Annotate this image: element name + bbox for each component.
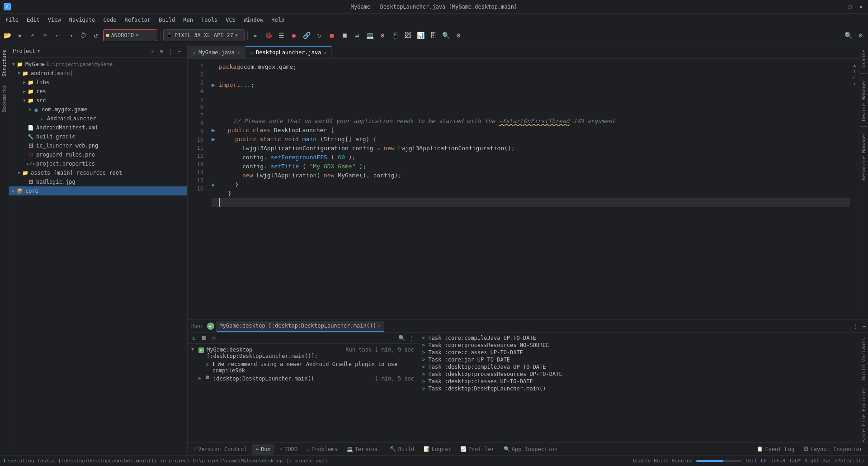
menu-run[interactable]: Run	[179, 16, 197, 24]
tab-close-active[interactable]: ✕	[324, 50, 326, 55]
problems-tab[interactable]: ⚠ Problems	[303, 444, 341, 455]
tab-mygame[interactable]: ☕ MyGame.java ✕	[188, 46, 245, 58]
indent-setting[interactable]: Tab*	[789, 458, 801, 464]
code-content[interactable]: package com.mygdx.game; ▶ import ... ;	[208, 59, 850, 319]
menu-vcs[interactable]: VCS	[222, 16, 239, 24]
debug-button[interactable]: 🐞	[263, 30, 274, 41]
run-settings-btn[interactable]: ⚙	[209, 333, 218, 342]
run-more-icon[interactable]: ⋮	[853, 323, 859, 330]
menu-tools[interactable]: Tools	[198, 16, 221, 24]
device-manager-btn[interactable]: 💻	[364, 30, 375, 41]
menu-window[interactable]: Window	[240, 16, 267, 24]
coverage-button[interactable]: ☰	[276, 30, 287, 41]
device-manager-tab[interactable]: Device Manager	[860, 76, 868, 125]
android-config-dropdown[interactable]: ■ ANDROID ▼	[103, 29, 157, 41]
run-minimize-icon[interactable]: −	[863, 323, 866, 330]
run-filter-btn[interactable]: 🔍	[397, 333, 406, 342]
menu-navigate[interactable]: Navigate	[66, 16, 99, 24]
menu-edit[interactable]: Edit	[23, 16, 43, 24]
gradle-sync-btn[interactable]: ⇄	[352, 30, 363, 41]
tree-item-package[interactable]: ▼ ▣ com.mygdx.game	[9, 105, 187, 114]
run-stop-btn[interactable]	[199, 333, 208, 342]
device-file-explorer-tab[interactable]: Device File Explorer	[860, 384, 868, 442]
restore-button[interactable]: ❐	[846, 3, 854, 10]
tree-item-libs[interactable]: ▶ 📁 libs	[9, 78, 187, 87]
encoding[interactable]: UTF-8	[770, 458, 785, 464]
menu-file[interactable]: File	[2, 16, 22, 24]
tab-desktop-launcher[interactable]: ☕ DesktopLauncher.java ✕	[245, 46, 332, 58]
line-separator[interactable]: LF	[761, 458, 767, 464]
reload-button[interactable]: ↻	[314, 30, 325, 41]
tree-item-mygame-root[interactable]: ▼ 📁 MyGame D:\project\game\MyGame	[9, 60, 187, 69]
tree-item-manifest[interactable]: ▶ 📄 AndroidManifest.xml	[9, 123, 187, 132]
tree-item-gradle[interactable]: ▶ 🔧 build.gradle	[9, 132, 187, 141]
device-dropdown[interactable]: 📱 PIXEL 3A XL API 27 ▼	[163, 29, 245, 41]
search-everywhere-btn[interactable]: 🔍	[843, 30, 854, 41]
close-button[interactable]: ✕	[857, 3, 864, 10]
terminal-tab[interactable]: 💻 Terminal	[343, 444, 385, 455]
toolbar-undo-btn[interactable]: ↶	[27, 30, 38, 41]
minimize-button[interactable]: —	[835, 3, 843, 10]
layout-inspector-btn[interactable]: 🖼	[402, 30, 413, 41]
logcat-tab[interactable]: 📝 Logcat	[420, 444, 455, 455]
attach-button[interactable]: 🔗	[301, 30, 312, 41]
run-tab-close[interactable]: ✕	[378, 323, 381, 328]
run-toggle-tree[interactable]: ⋮	[407, 333, 416, 342]
cursor-position[interactable]: 16:1	[745, 458, 757, 464]
bookmarks-tab[interactable]: Bookmarks	[0, 81, 8, 116]
toolbar-forward-btn[interactable]: →	[65, 30, 76, 41]
run-bottom-tab[interactable]: ► Run	[252, 444, 274, 455]
tree-item-properties[interactable]: ▶ </> project.properties	[9, 159, 187, 168]
toolbar-recent-btn[interactable]: ⏱	[78, 30, 89, 41]
collapse-all-icon[interactable]: ≡	[157, 47, 165, 55]
run-tab-desktop[interactable]: MyGame:desktop [:desktop:DesktopLauncher…	[216, 321, 385, 332]
locate-file-icon[interactable]: ☉	[148, 47, 156, 55]
tree-item-ic-launcher[interactable]: ▶ 🖼 ic_launcher-web.png	[9, 141, 187, 150]
toolbar-back-btn[interactable]: ←	[52, 30, 63, 41]
menu-build[interactable]: Build	[155, 16, 179, 24]
tree-item-src[interactable]: ▼ 📁 src	[9, 96, 187, 105]
stop-button[interactable]: ■	[326, 30, 337, 41]
tab-close[interactable]: ✕	[237, 50, 240, 55]
panel-minimize-icon[interactable]: −	[175, 47, 184, 55]
version-control-tab[interactable]: ⑂ Version Control	[189, 444, 250, 455]
menu-view[interactable]: View	[44, 16, 65, 24]
toolbar-sync-btn[interactable]: ↺	[90, 30, 101, 41]
event-log-tab[interactable]: 📋 Event Log	[753, 444, 798, 455]
app-inspection-tab[interactable]: 🔍 App Inspection	[500, 444, 561, 455]
database-inspector-btn[interactable]: 🗄	[428, 30, 439, 41]
sdk-manager-btn[interactable]: ⚙	[377, 30, 388, 41]
stop-btn2[interactable]: ⏹	[339, 30, 350, 41]
app-inspection-btn[interactable]: 🔍	[440, 30, 451, 41]
run-task-root[interactable]: ▼ ► MyGame:desktop [:desktop:DesktopLaun…	[189, 346, 416, 360]
rerun-btn[interactable]: ↻	[189, 333, 198, 342]
settings-btn[interactable]: ⚙	[855, 30, 866, 41]
gradle-sidebar-tab[interactable]: Gradle	[860, 46, 868, 71]
avd-manager-btn[interactable]: 📱	[390, 30, 401, 41]
tree-item-android[interactable]: ▼ 📁 android [main]	[9, 69, 187, 78]
theme-label[interactable]: Night Owl (Material)	[805, 458, 864, 464]
panel-settings-icon[interactable]: ⋮	[166, 47, 175, 55]
menu-help[interactable]: Help	[268, 16, 288, 24]
profile-button[interactable]: ●	[288, 30, 299, 41]
todo-tab[interactable]: ✓ TODO	[276, 444, 302, 455]
toolbar-bookmark-btn[interactable]: ★	[14, 30, 25, 41]
layout-inspector-tab[interactable]: 🖼 Layout Inspector	[800, 444, 866, 455]
tree-item-proguard[interactable]: ▶ 🛡 proguard-rules.pro	[9, 150, 187, 159]
build-variants-tab[interactable]: Build Variants	[860, 334, 868, 384]
menu-refactor[interactable]: Refactor	[121, 16, 154, 24]
run-task-main[interactable]: ▶ :desktop:DesktopLauncher.main() 1 min,…	[189, 375, 416, 383]
profiler-tab[interactable]: 📈 Profiler	[457, 444, 498, 455]
tree-item-core[interactable]: ▶ 📦 core	[9, 186, 187, 195]
tree-item-android-launcher[interactable]: ▶ ☕ AndroidLauncher	[9, 114, 187, 123]
tree-item-badlogic[interactable]: ▶ 🖼 badlogic.jpg	[9, 177, 187, 186]
build-tab[interactable]: 🔨 Build	[386, 444, 418, 455]
more-tools-btn[interactable]: ⚙	[453, 30, 464, 41]
toolbar-redo-btn[interactable]: ↷	[40, 30, 51, 41]
profiler-btn[interactable]: 📊	[415, 30, 426, 41]
toolbar-project-btn[interactable]: 📂	[2, 30, 13, 41]
project-panel-arrow[interactable]: ▼	[38, 48, 40, 53]
menu-code[interactable]: Code	[100, 16, 120, 24]
resource-manager-tab[interactable]: Resource Manager	[860, 128, 868, 184]
structure-tab[interactable]: Structure	[0, 46, 8, 81]
